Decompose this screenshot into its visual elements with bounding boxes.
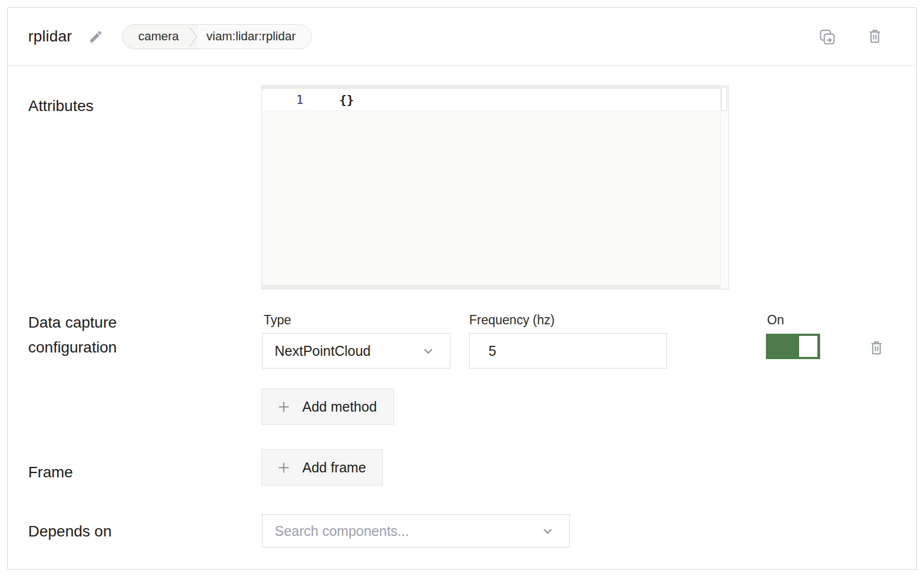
depends-on-label: Depends on — [28, 519, 112, 544]
add-method-button[interactable]: Add method — [261, 388, 394, 425]
component-type-badge: camera viam:lidar:rplidar — [122, 24, 312, 49]
toggle-knob — [799, 336, 817, 357]
frequency-input[interactable] — [469, 333, 667, 369]
attributes-label: Attributes — [28, 93, 93, 118]
page: rplidar camera viam:lidar:rplidar — [0, 0, 924, 579]
frame-label: Frame — [28, 460, 73, 485]
type-field-label: Type — [264, 313, 291, 328]
data-capture-label: Data capture configuration — [28, 310, 166, 360]
capture-type-value: NextPointCloud — [275, 343, 371, 359]
line-number: 1 — [262, 93, 303, 107]
duplicate-icon — [818, 28, 836, 45]
plus-icon — [276, 460, 291, 475]
header-actions — [818, 28, 883, 45]
depends-on-select[interactable] — [262, 514, 570, 548]
plus-icon — [276, 399, 291, 414]
badge-chevron-separator-icon — [189, 24, 198, 49]
edit-name-button[interactable] — [88, 29, 103, 44]
delete-capture-method-button[interactable] — [868, 339, 885, 357]
duplicate-button[interactable] — [818, 28, 836, 45]
capture-type-select[interactable]: NextPointCloud — [262, 333, 450, 369]
badge-model: viam:lidar:rplidar — [198, 25, 311, 49]
chevron-down-icon — [540, 524, 555, 538]
code-content[interactable]: {} — [303, 93, 354, 107]
badge-category: camera — [123, 29, 188, 44]
component-config-card: rplidar camera viam:lidar:rplidar — [7, 7, 917, 570]
attributes-code-editor[interactable]: 1 {} — [261, 85, 729, 290]
trash-icon — [867, 28, 883, 45]
search-components-input[interactable] — [262, 523, 540, 539]
toggle-field-label: On — [767, 313, 784, 328]
trash-icon — [868, 339, 885, 357]
add-method-label: Add method — [302, 399, 377, 415]
component-name: rplidar — [28, 28, 72, 45]
pencil-icon — [88, 29, 103, 44]
add-frame-label: Add frame — [302, 460, 366, 476]
chevron-down-icon — [421, 344, 435, 358]
editor-vertical-scrollbar[interactable] — [720, 86, 728, 285]
delete-component-button[interactable] — [867, 28, 883, 45]
frequency-field-label: Frequency (hz) — [469, 313, 555, 328]
editor-active-line[interactable]: 1 {} — [262, 89, 720, 111]
scrollbar-thumb[interactable] — [721, 87, 727, 111]
editor-horizontal-scrollbar[interactable] — [262, 285, 720, 289]
card-header: rplidar camera viam:lidar:rplidar — [8, 8, 916, 66]
capture-on-toggle[interactable] — [766, 334, 820, 359]
add-frame-button[interactable]: Add frame — [261, 449, 383, 486]
